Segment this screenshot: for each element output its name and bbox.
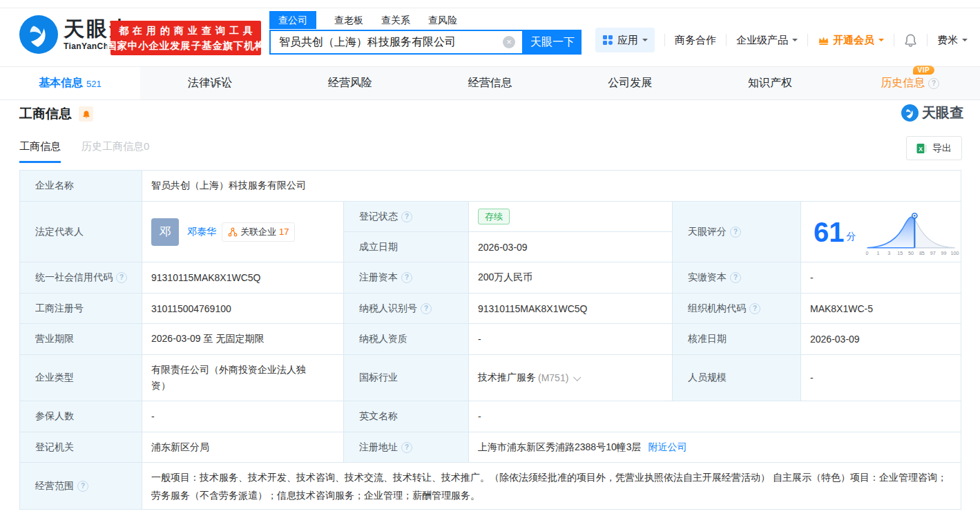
divider (807, 34, 808, 46)
tab-operation-info[interactable]: 经营信息 (420, 67, 560, 99)
field-value-staff-size: - (801, 355, 961, 401)
top-divider (0, 8, 980, 8)
help-icon[interactable]: ? (928, 78, 939, 89)
brand-slogan-banner: 都在用的商业查询工具 国家中小企业发展子基金旗下机构 (111, 21, 261, 55)
subtab-history-business-info[interactable]: 历史工商信息0 (81, 140, 149, 161)
score-number: 61 (814, 218, 845, 246)
field-label-registration-status: 登记状态 ? (344, 202, 469, 232)
tab-legal-proceedings[interactable]: 法律诉讼 (140, 67, 280, 99)
search-tabs: 查公司 查老板 查关系 查风险 (269, 11, 582, 29)
search-tab-risk[interactable]: 查风险 (428, 11, 457, 29)
field-value-org-code: MAK8X1WC-5 (801, 294, 961, 324)
divider (894, 34, 894, 46)
nav-enterprise-products[interactable]: 企业级产品 (736, 34, 798, 47)
slogan-line2: 国家中小企业发展子基金旗下机构 (106, 38, 265, 53)
tab-basic-info[interactable]: 基本信息 521 (0, 67, 140, 99)
search-area: 查公司 查老板 查关系 查风险 × 天眼一下 (269, 11, 582, 55)
field-value-national-industry: 技术推广服务 (M751) (469, 355, 673, 401)
chevron-down-icon (878, 39, 884, 44)
score-unit: 分 (847, 231, 856, 243)
nav-business-cooperation[interactable]: 商务合作 (675, 34, 716, 47)
field-label-english-name: 英文名称 (344, 401, 469, 432)
nearby-companies-link[interactable]: 附近公司 (648, 441, 687, 454)
legal-rep-link[interactable]: 邓泰华 (187, 226, 216, 238)
related-companies-badge[interactable]: 关联企业 17 (222, 222, 295, 242)
field-label-org-code: 组织机构代码 ? (673, 294, 801, 324)
crown-icon (818, 35, 829, 46)
header-right-nav: 应用 商务合作 企业级产品 开通会员 费米 (595, 27, 968, 53)
divider (664, 34, 665, 46)
legal-rep-avatar[interactable]: 邓 (151, 218, 179, 246)
tab-history-info[interactable]: 历史信息 VIP ? (840, 67, 980, 99)
field-label-registered-address: 注册地址 ? (344, 432, 469, 463)
field-label-business-term: 营业期限 (20, 324, 142, 355)
business-info-table: 企业名称 智员共创（上海）科技服务有限公司 法定代表人 邓 邓泰华 关联企业 1… (19, 170, 961, 510)
field-value-company-type: 有限责任公司（外商投资企业法人独资） (142, 355, 344, 401)
field-value-approval-date: 2026-03-09 (801, 324, 961, 355)
field-label-tianyan-score: 天眼评分 ? (673, 202, 801, 262)
field-label-taxpayer-id: 纳税人识别号 ? (344, 294, 469, 324)
help-icon[interactable]: ? (421, 303, 432, 314)
industry-code: (M751) (538, 372, 568, 383)
clear-search-icon[interactable]: × (503, 36, 515, 48)
chevron-down-icon (962, 39, 968, 44)
help-icon[interactable]: ? (749, 303, 760, 314)
monitor-bell-icon[interactable] (79, 106, 93, 122)
search-button[interactable]: 天眼一下 (523, 30, 582, 55)
tab-operation-risk[interactable]: 经营风险 (280, 67, 420, 99)
help-icon[interactable]: ? (77, 481, 88, 492)
notification-bell-icon[interactable] (904, 33, 917, 47)
field-label-paid-capital: 实缴资本 ? (673, 262, 801, 294)
username: 费米 (937, 34, 958, 47)
field-value-legal-representative: 邓 邓泰华 关联企业 17 (142, 202, 344, 262)
tab-company-development[interactable]: 公司发展 (560, 67, 700, 99)
help-icon[interactable]: ? (401, 442, 412, 453)
field-value-registered-address: 上海市浦东新区秀浦路2388号10幢3层 附近公司 (469, 432, 961, 463)
enterprise-label: 企业级产品 (736, 34, 788, 47)
svg-text:97: 97 (930, 251, 935, 256)
help-icon[interactable]: ? (730, 227, 741, 238)
svg-text:100: 100 (950, 251, 959, 256)
field-label-national-industry: 国标行业 (344, 355, 469, 401)
export-label: 导出 (932, 142, 952, 155)
status-badge: 存续 (478, 209, 510, 224)
svg-text:85: 85 (919, 251, 924, 256)
field-value-tianyan-score: 61 分 0 1 3 15 50 85 (801, 202, 961, 262)
field-label-company-type: 企业类型 (20, 355, 142, 401)
divider (726, 34, 727, 46)
vip-badge: VIP (913, 66, 935, 75)
apps-grid-icon (602, 35, 613, 46)
apps-menu-button[interactable]: 应用 (595, 28, 655, 52)
subtab-business-info[interactable]: 工商信息 (19, 140, 61, 163)
help-icon[interactable]: ? (401, 211, 412, 222)
vip-label: 开通会员 (833, 34, 874, 47)
field-value-taxpayer-qualification: - (469, 324, 673, 355)
help-icon[interactable]: ? (116, 272, 127, 283)
field-label-establish-date: 成立日期 (344, 232, 469, 262)
export-button[interactable]: X 导出 (906, 136, 962, 160)
org-network-icon (228, 227, 238, 237)
field-value-insured-count: - (142, 401, 344, 432)
company-profile-tabs: 基本信息 521 法律诉讼 经营风险 经营信息 公司发展 知识产权 历史信息 V… (0, 66, 980, 100)
field-value-paid-capital: - (801, 262, 961, 294)
help-icon[interactable]: ? (401, 272, 412, 283)
tab-intellectual-property[interactable]: 知识产权 (700, 67, 840, 99)
divider (927, 34, 928, 46)
field-label-approval-date: 核准日期 (673, 324, 801, 355)
field-label-company-name: 企业名称 (20, 171, 142, 202)
search-input[interactable] (269, 30, 523, 55)
search-tab-company[interactable]: 查公司 (269, 11, 316, 29)
field-label-uscc: 统一社会信用代码 ? (20, 262, 142, 294)
field-label-staff-size: 人员规模 (673, 355, 801, 401)
expand-industry-chevron-icon[interactable] (573, 374, 581, 381)
field-value-taxpayer-id: 91310115MAK8X1WC5Q (469, 294, 673, 324)
field-value-uscc: 91310115MAK8X1WC5Q (142, 262, 344, 294)
search-tab-boss[interactable]: 查老板 (334, 11, 363, 29)
user-menu[interactable]: 费米 (937, 34, 968, 47)
help-icon[interactable]: ? (730, 272, 741, 283)
nav-open-vip[interactable]: 开通会员 (818, 34, 884, 47)
chevron-down-icon (792, 39, 798, 44)
apps-label: 应用 (617, 34, 638, 47)
search-tab-relation[interactable]: 查关系 (381, 11, 410, 29)
field-value-company-name: 智员共创（上海）科技服务有限公司 (142, 171, 961, 202)
